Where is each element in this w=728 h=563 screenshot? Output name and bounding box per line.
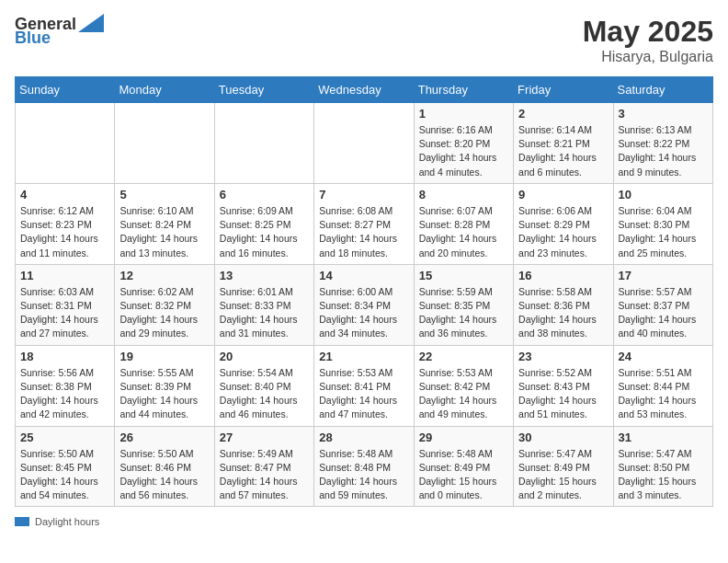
legend: Daylight hours xyxy=(15,516,713,527)
day-info: Sunrise: 5:47 AM Sunset: 8:50 PM Dayligh… xyxy=(619,447,708,503)
logo-blue: Blue xyxy=(15,29,51,48)
day-info: Sunrise: 6:00 AM Sunset: 8:34 PM Dayligh… xyxy=(319,285,408,341)
day-info: Sunrise: 5:52 AM Sunset: 8:43 PM Dayligh… xyxy=(518,366,608,422)
day-info: Sunrise: 6:10 AM Sunset: 8:24 PM Dayligh… xyxy=(119,204,209,260)
day-info: Sunrise: 5:59 AM Sunset: 8:35 PM Dayligh… xyxy=(419,285,508,341)
calendar-cell: 7Sunrise: 6:08 AM Sunset: 8:27 PM Daylig… xyxy=(314,183,414,264)
calendar-cell: 18Sunrise: 5:56 AM Sunset: 8:38 PM Dayli… xyxy=(16,345,115,426)
calendar-cell: 3Sunrise: 6:13 AM Sunset: 8:22 PM Daylig… xyxy=(613,103,712,184)
calendar-cell: 2Sunrise: 6:14 AM Sunset: 8:21 PM Daylig… xyxy=(514,103,613,184)
title-block: May 2025 Hisarya, Bulgaria xyxy=(583,15,713,65)
day-number: 27 xyxy=(220,431,309,444)
calendar-cell: 28Sunrise: 5:48 AM Sunset: 8:48 PM Dayli… xyxy=(314,426,414,507)
day-number: 29 xyxy=(419,431,508,444)
day-number: 1 xyxy=(419,107,508,121)
calendar-cell: 30Sunrise: 5:47 AM Sunset: 8:49 PM Dayli… xyxy=(514,426,613,507)
day-number: 23 xyxy=(518,350,608,363)
daylight-label: Daylight hours xyxy=(35,516,99,527)
day-info: Sunrise: 5:57 AM Sunset: 8:37 PM Dayligh… xyxy=(619,285,708,341)
day-number: 15 xyxy=(419,269,508,282)
day-number: 18 xyxy=(20,350,109,363)
day-number: 7 xyxy=(319,188,408,201)
day-info: Sunrise: 6:08 AM Sunset: 8:27 PM Dayligh… xyxy=(319,204,408,260)
day-info: Sunrise: 5:50 AM Sunset: 8:46 PM Dayligh… xyxy=(119,447,209,503)
calendar-cell: 6Sunrise: 6:09 AM Sunset: 8:25 PM Daylig… xyxy=(214,183,313,264)
day-number: 13 xyxy=(220,269,309,282)
day-info: Sunrise: 6:07 AM Sunset: 8:28 PM Dayligh… xyxy=(419,204,508,260)
sub-title: Hisarya, Bulgaria xyxy=(583,49,713,65)
calendar-cell: 13Sunrise: 6:01 AM Sunset: 8:33 PM Dayli… xyxy=(214,264,313,345)
day-info: Sunrise: 6:16 AM Sunset: 8:20 PM Dayligh… xyxy=(419,123,508,179)
day-info: Sunrise: 6:09 AM Sunset: 8:25 PM Dayligh… xyxy=(220,204,309,260)
day-info: Sunrise: 6:04 AM Sunset: 8:30 PM Dayligh… xyxy=(619,204,708,260)
page-header: General Blue May 2025 Hisarya, Bulgaria xyxy=(15,15,713,65)
calendar-cell xyxy=(214,103,313,184)
day-number: 6 xyxy=(220,188,309,201)
weekday-header-thursday: Thursday xyxy=(414,77,513,103)
day-info: Sunrise: 5:53 AM Sunset: 8:41 PM Dayligh… xyxy=(319,366,408,422)
day-info: Sunrise: 5:50 AM Sunset: 8:45 PM Dayligh… xyxy=(20,447,109,503)
day-number: 2 xyxy=(518,107,608,121)
calendar-cell: 1Sunrise: 6:16 AM Sunset: 8:20 PM Daylig… xyxy=(414,103,513,184)
day-number: 10 xyxy=(619,188,708,201)
day-number: 12 xyxy=(119,269,209,282)
calendar-week-row: 1Sunrise: 6:16 AM Sunset: 8:20 PM Daylig… xyxy=(16,103,713,184)
calendar-week-row: 25Sunrise: 5:50 AM Sunset: 8:45 PM Dayli… xyxy=(16,426,713,507)
day-number: 3 xyxy=(619,107,708,121)
calendar-header-row: SundayMondayTuesdayWednesdayThursdayFrid… xyxy=(16,77,713,103)
day-number: 5 xyxy=(119,188,209,201)
calendar-cell: 24Sunrise: 5:51 AM Sunset: 8:44 PM Dayli… xyxy=(613,345,712,426)
day-info: Sunrise: 6:02 AM Sunset: 8:32 PM Dayligh… xyxy=(119,285,209,341)
day-info: Sunrise: 5:55 AM Sunset: 8:39 PM Dayligh… xyxy=(119,366,209,422)
calendar-table: SundayMondayTuesdayWednesdayThursdayFrid… xyxy=(15,76,713,507)
calendar-cell: 20Sunrise: 5:54 AM Sunset: 8:40 PM Dayli… xyxy=(214,345,313,426)
calendar-cell: 12Sunrise: 6:02 AM Sunset: 8:32 PM Dayli… xyxy=(115,264,214,345)
calendar-cell: 16Sunrise: 5:58 AM Sunset: 8:36 PM Dayli… xyxy=(514,264,613,345)
day-info: Sunrise: 5:47 AM Sunset: 8:49 PM Dayligh… xyxy=(518,447,608,503)
logo: General Blue xyxy=(15,15,104,48)
calendar-cell: 15Sunrise: 5:59 AM Sunset: 8:35 PM Dayli… xyxy=(414,264,513,345)
day-number: 28 xyxy=(319,431,408,444)
day-number: 20 xyxy=(220,350,309,363)
calendar-cell: 19Sunrise: 5:55 AM Sunset: 8:39 PM Dayli… xyxy=(115,345,214,426)
day-info: Sunrise: 5:58 AM Sunset: 8:36 PM Dayligh… xyxy=(518,285,608,341)
day-info: Sunrise: 5:48 AM Sunset: 8:49 PM Dayligh… xyxy=(419,447,508,503)
day-info: Sunrise: 5:49 AM Sunset: 8:47 PM Dayligh… xyxy=(220,447,309,503)
day-info: Sunrise: 6:13 AM Sunset: 8:22 PM Dayligh… xyxy=(619,123,708,179)
main-title: May 2025 xyxy=(583,15,713,49)
weekday-header-monday: Monday xyxy=(115,77,214,103)
day-number: 11 xyxy=(20,269,109,282)
day-number: 9 xyxy=(518,188,608,201)
calendar-cell xyxy=(115,103,214,184)
weekday-header-friday: Friday xyxy=(514,77,613,103)
day-number: 24 xyxy=(619,350,708,363)
day-number: 25 xyxy=(20,431,109,444)
calendar-cell: 11Sunrise: 6:03 AM Sunset: 8:31 PM Dayli… xyxy=(16,264,115,345)
day-info: Sunrise: 6:06 AM Sunset: 8:29 PM Dayligh… xyxy=(518,204,608,260)
day-info: Sunrise: 6:01 AM Sunset: 8:33 PM Dayligh… xyxy=(220,285,309,341)
day-number: 14 xyxy=(319,269,408,282)
weekday-header-wednesday: Wednesday xyxy=(314,77,414,103)
calendar-cell: 8Sunrise: 6:07 AM Sunset: 8:28 PM Daylig… xyxy=(414,183,513,264)
day-number: 22 xyxy=(419,350,508,363)
day-number: 19 xyxy=(119,350,209,363)
calendar-cell: 10Sunrise: 6:04 AM Sunset: 8:30 PM Dayli… xyxy=(613,183,712,264)
day-info: Sunrise: 6:12 AM Sunset: 8:23 PM Dayligh… xyxy=(20,204,109,260)
day-number: 17 xyxy=(619,269,708,282)
calendar-cell: 22Sunrise: 5:53 AM Sunset: 8:42 PM Dayli… xyxy=(414,345,513,426)
calendar-cell xyxy=(314,103,414,184)
logo-icon xyxy=(78,14,104,32)
day-number: 16 xyxy=(518,269,608,282)
day-info: Sunrise: 5:51 AM Sunset: 8:44 PM Dayligh… xyxy=(619,366,708,422)
svg-marker-0 xyxy=(78,14,104,32)
calendar-cell: 31Sunrise: 5:47 AM Sunset: 8:50 PM Dayli… xyxy=(613,426,712,507)
weekday-header-tuesday: Tuesday xyxy=(214,77,313,103)
day-info: Sunrise: 6:14 AM Sunset: 8:21 PM Dayligh… xyxy=(518,123,608,179)
calendar-cell: 27Sunrise: 5:49 AM Sunset: 8:47 PM Dayli… xyxy=(214,426,313,507)
day-number: 4 xyxy=(20,188,109,201)
day-number: 26 xyxy=(119,431,209,444)
day-info: Sunrise: 5:54 AM Sunset: 8:40 PM Dayligh… xyxy=(220,366,309,422)
calendar-cell: 17Sunrise: 5:57 AM Sunset: 8:37 PM Dayli… xyxy=(613,264,712,345)
day-number: 31 xyxy=(619,431,708,444)
calendar-cell: 4Sunrise: 6:12 AM Sunset: 8:23 PM Daylig… xyxy=(16,183,115,264)
